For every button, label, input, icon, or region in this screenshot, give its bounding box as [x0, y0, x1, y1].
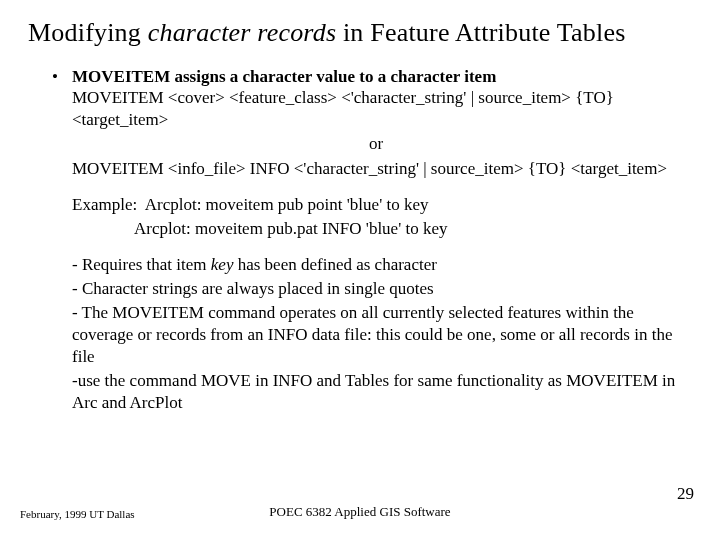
- example-line-2: Arcplot: moveitem pub.pat INFO 'blue' to…: [72, 218, 680, 240]
- example-line-1: Example: Arcplot: moveitem pub point 'bl…: [72, 194, 680, 216]
- slide-title: Modifying character records in Feature A…: [0, 0, 720, 48]
- note-1-italic: key: [211, 255, 234, 274]
- title-post: in Feature Attribute Tables: [336, 18, 625, 47]
- syntax-block: MOVEITEM <cover> <feature_class> <'chara…: [48, 87, 680, 179]
- note-3: - The MOVEITEM command operates on all c…: [72, 302, 680, 368]
- syntax-line-2: MOVEITEM <info_file> INFO <'character_st…: [72, 158, 680, 180]
- note-2: - Character strings are always placed in…: [72, 278, 680, 300]
- note-1: - Requires that item key has been define…: [72, 254, 680, 276]
- bullet-lead: MOVEITEM assigns a character value to a …: [72, 67, 496, 86]
- note-1b: has been defined as character: [233, 255, 436, 274]
- footer-page-number: 29: [677, 484, 694, 504]
- slide-body: • MOVEITEM assigns a character value to …: [0, 48, 720, 414]
- note-4: -use the command MOVE in INFO and Tables…: [72, 370, 680, 414]
- example-label: Example:: [72, 195, 137, 214]
- bullet-marker: •: [48, 66, 62, 87]
- bullet-row: • MOVEITEM assigns a character value to …: [48, 66, 680, 87]
- example-block: Example: Arcplot: moveitem pub point 'bl…: [48, 194, 680, 240]
- syntax-or: or: [72, 133, 680, 155]
- syntax-line-1: MOVEITEM <cover> <feature_class> <'chara…: [72, 87, 680, 131]
- title-pre: Modifying: [28, 18, 148, 47]
- title-italic: character records: [148, 18, 337, 47]
- notes-block: - Requires that item key has been define…: [48, 254, 680, 415]
- bullet-text: MOVEITEM assigns a character value to a …: [72, 66, 680, 87]
- example-l1: Arcplot: moveitem pub point 'blue' to ke…: [145, 195, 429, 214]
- slide: Modifying character records in Feature A…: [0, 0, 720, 540]
- footer-center: POEC 6382 Applied GIS Software: [0, 504, 720, 520]
- note-1a: - Requires that item: [72, 255, 211, 274]
